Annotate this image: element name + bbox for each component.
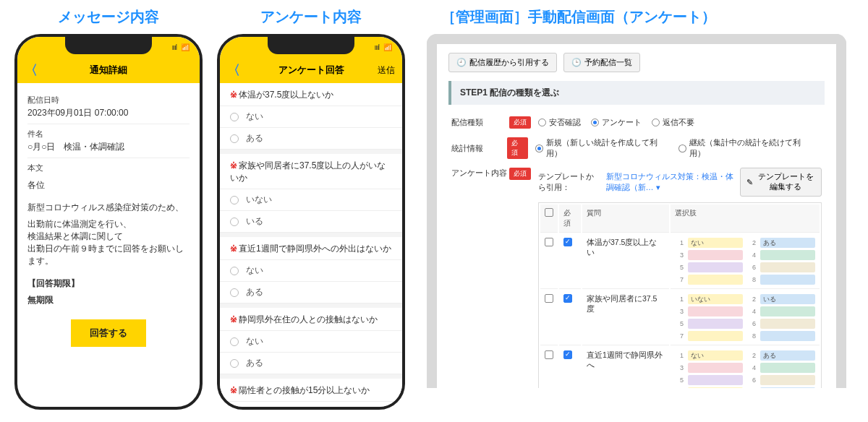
title-message: メッセージ内容 [14, 7, 203, 27]
question-title: ※陽性者との接触が15分以上ないか [220, 379, 402, 401]
question-title: ※静岡県外在住の人との接触はないか [220, 308, 402, 330]
option-label: ある [246, 286, 263, 298]
radio-continue[interactable]: 継続（集計中の統計を続けて利用） [678, 137, 812, 159]
choice-box[interactable]: ない [688, 350, 743, 361]
clock-icon: 🕘 [456, 58, 467, 67]
survey-option[interactable]: ない [220, 401, 402, 407]
body-greeting: 各位 [27, 179, 190, 191]
navbar-survey: 〈 アンケート回答 送信 [220, 57, 402, 83]
form-row-stats: 統計情報 必須 新規（新しい統計を作成して利用） 継続（集計中の統計を続けて利用… [448, 133, 825, 163]
title-admin: ［管理画面］手動配信画面（アンケート） [420, 7, 854, 27]
choice-box[interactable] [760, 319, 815, 329]
title-survey: アンケート内容 [217, 7, 405, 27]
navbar-message: 〈 通知詳細 [17, 57, 200, 83]
phone-notch [65, 37, 152, 54]
survey-option[interactable]: ある [220, 281, 402, 303]
survey-option[interactable]: ない [220, 259, 402, 281]
laptop-frame: 🕘 配信履歴から引用する 🕒 予約配信一覧 STEP1 配信の種類を選ぶ 配信種… [427, 34, 846, 388]
radio-icon [230, 113, 239, 121]
radio-noreply[interactable]: 返信不要 [652, 117, 694, 128]
body-line3: 検温結果と体調に関して [27, 231, 190, 243]
question-title: ※体温が37.5度以上ないか [220, 83, 402, 106]
required-badge: 必須 [509, 168, 531, 180]
choice-box[interactable] [688, 387, 743, 388]
choices-cell: 1ない2ある345678 [671, 234, 820, 289]
template-select[interactable]: 新型コロナウィルス対策：検温・体調確認（新… ▾ [606, 171, 735, 193]
choice-box[interactable]: ある [760, 238, 815, 248]
choice-box[interactable] [688, 363, 743, 373]
answer-button[interactable]: 回答する [71, 319, 146, 347]
row-checkbox[interactable] [545, 294, 553, 303]
quote-history-label: 配信履歴から引用する [469, 57, 549, 68]
choice-box[interactable] [760, 262, 815, 272]
radio-new[interactable]: 新規（新しい統計を作成して利用） [535, 137, 668, 159]
survey-table: 必須 質問 選択肢 体温が37.5度以上ない1ない2ある345678家族や同居者… [538, 202, 822, 388]
label-survey-content: アンケート内容 [451, 168, 509, 178]
survey-option[interactable]: ない [220, 330, 402, 352]
choice-box[interactable] [760, 306, 815, 316]
quote-history-button[interactable]: 🕘 配信履歴から引用する [448, 53, 557, 72]
step1-header: STEP1 配信の種類を選ぶ [448, 81, 825, 105]
survey-option[interactable]: いる [220, 210, 402, 233]
edit-template-button[interactable]: ✎ テンプレートを編集する [740, 168, 822, 197]
radio-icon [230, 218, 239, 226]
row-checkbox[interactable] [545, 350, 553, 359]
th-choices: 選択肢 [671, 204, 820, 233]
choice-box[interactable] [688, 319, 743, 329]
phone-survey: ıııl 📶 〈 アンケート回答 送信 ※体温が37.5度以上ないかないある※家… [217, 34, 405, 410]
question-title: ※直近1週間で静岡県外への外出はないか [220, 237, 402, 259]
phone-notch [268, 37, 354, 54]
choice-box[interactable]: いない [688, 294, 743, 304]
choice-box[interactable] [760, 387, 815, 388]
radio-icon [230, 267, 239, 275]
choice-box[interactable]: ある [760, 350, 815, 361]
choice-box[interactable] [688, 250, 743, 260]
radio-survey[interactable]: アンケート [591, 117, 642, 128]
label-datetime: 配信日時 [27, 95, 190, 106]
row-checkbox[interactable] [545, 238, 553, 246]
required-asterisk: ※ [230, 160, 237, 171]
radio-icon [230, 337, 239, 346]
label-type: 配信種類 [451, 117, 509, 128]
choice-box[interactable] [688, 262, 743, 272]
body-line4: 出勤日の午前９時までに回答をお願いします。 [27, 243, 190, 267]
checkbox-all[interactable] [545, 208, 553, 217]
back-button[interactable]: 〈 [227, 61, 240, 79]
choice-box[interactable]: いる [760, 294, 815, 304]
option-label: ない [246, 264, 263, 277]
choice-box[interactable] [688, 375, 743, 385]
table-row: 直近1週間で静岡県外へ1ない2ある345678 [540, 347, 820, 388]
th-required: 必須 [559, 204, 581, 233]
send-button[interactable]: 送信 [378, 64, 395, 77]
question-title: ※家族や同居者に37.5度以上の人がいないか [220, 154, 402, 189]
choice-box[interactable] [760, 375, 815, 385]
template-from-label: テンプレートから引用： [538, 171, 600, 193]
survey-option[interactable]: ない [220, 106, 402, 127]
radio-safety[interactable]: 安否確認 [538, 117, 581, 128]
choice-box[interactable] [688, 306, 743, 316]
value-subject: ○月○日 検温・体調確認 [27, 141, 190, 153]
radio-icon [230, 196, 239, 204]
survey-option[interactable]: いない [220, 189, 402, 210]
choice-box[interactable] [688, 331, 743, 341]
radio-icon [230, 359, 239, 368]
choice-box[interactable] [688, 275, 743, 285]
choice-box[interactable] [760, 250, 815, 260]
choice-box[interactable] [760, 363, 815, 373]
schedule-list-button[interactable]: 🕒 予約配信一覧 [563, 53, 640, 72]
survey-option[interactable]: ある [220, 127, 402, 150]
deadline-label: 【回答期限】 [27, 277, 190, 290]
value-datetime: 2023年09月01日 07:00:00 [27, 107, 190, 119]
required-checkbox[interactable] [563, 350, 572, 359]
back-button[interactable]: 〈 [25, 61, 38, 79]
form-row-survey-content: アンケート内容 必須 テンプレートから引用： 新型コロナウィルス対策：検温・体調… [448, 163, 825, 388]
question-cell: 直近1週間で静岡県外へ [582, 347, 669, 388]
choice-box[interactable] [760, 275, 815, 285]
choice-box[interactable]: ない [688, 238, 743, 248]
survey-option[interactable]: ある [220, 352, 402, 374]
radio-icon [230, 288, 239, 297]
required-checkbox[interactable] [563, 294, 572, 303]
required-badge: 必須 [507, 137, 528, 159]
choice-box[interactable] [760, 331, 815, 341]
required-checkbox[interactable] [563, 238, 572, 246]
